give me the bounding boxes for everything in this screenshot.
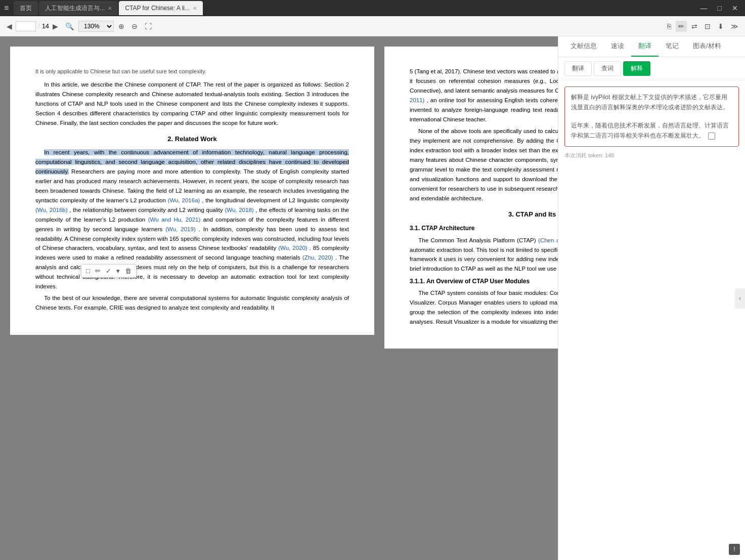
prev-page-button[interactable]: ◀ [4,21,15,32]
toolbar: ◀ 2 / 14 ▶ 🔍 130% 50% 75% 100% 125% 150%… [0,16,745,36]
zhu2020-link[interactable]: (Zhu, 2020) [302,254,333,261]
panel-collapse-arrow[interactable]: ‹ [735,288,745,309]
tab-ctap[interactable]: CTAP for Chinese: A li... ✕ [119,1,203,15]
pdf-right-page: 5 (Tang et al, 2017). Chinese text vecto… [384,47,558,349]
page-number-input[interactable]: 2 [16,21,36,31]
rp-sub-translate[interactable]: 翻译 [564,61,592,76]
annotate-button[interactable]: ✏ [676,21,687,32]
float-dropdown-btn[interactable]: ▾ [115,266,121,276]
float-delete-btn[interactable]: 🗑 [123,266,133,276]
section311-para1: The CTAP system consists of four basic m… [410,288,558,327]
pdf-left-page: It is only applicable to Chinese but can… [10,47,374,335]
download-button[interactable]: ⬇ [715,21,726,32]
wu2019-link[interactable]: (Wu, 2019) [165,226,195,232]
tab-bar: 首页 人工智能生成语言与... ✕ CTAP for Chinese: A li… [14,1,697,15]
wu2018-link[interactable]: (Wu, 2018) [225,207,253,213]
next-page-button[interactable]: ▶ [50,21,61,32]
rp-sub-explain[interactable]: 解释 [623,61,650,76]
float-confirm-btn[interactable]: ✓ [104,266,113,276]
wu2016a-link[interactable]: (Wu, 2016a) [168,197,200,203]
translation-description: 解释是 ivyPilot 根据文献上下文提供的学术描述，它尽量用浅显直白的语言解… [571,92,732,113]
float-annotate-btn[interactable]: ✏ [94,266,102,276]
copy-button[interactable]: ⎘ [665,21,674,32]
translation-content: 近年来，随着信息技术不断发展，自然语言处理、计算语言学和第二语言习得等相关学科也… [571,120,732,141]
wu2016b-link[interactable]: (Wu, 2016b) [35,207,68,213]
tab-ctap-close[interactable]: ✕ [193,6,197,11]
right-panel-tabs: 文献信息 速读 翻译 笔记 图表/材料 [558,36,745,57]
translate-button[interactable]: ⇄ [689,21,700,32]
maximize-button[interactable]: □ [715,3,725,13]
page-total: 14 [42,22,49,30]
panel-bottom-icon[interactable]: ! [729,544,740,555]
page-navigation: ◀ 2 / 14 ▶ [4,21,61,32]
wuhu2021-link[interactable]: (Wu and Hu, 2021) [148,217,201,223]
rp-content: 解释是 ivyPilot 根据文献上下文提供的学术描述，它尽量用浅显直白的语言解… [558,80,745,560]
section2-para2: To the best of our knowledge, there are … [35,293,349,313]
chen-meurers-link[interactable]: (Chen and Meurers, 2016) [538,237,558,243]
wu2020-link[interactable]: (Wu, 2020) [278,245,307,251]
float-copy-btn[interactable]: □ [84,266,92,276]
token-info: 本次消耗 token: 146 [564,152,739,159]
page-separator: / [38,22,40,30]
rp-tab-notes[interactable]: 笔记 [659,36,686,57]
zoom-out-button[interactable]: ⊖ [129,21,140,32]
select-button[interactable]: ⊡ [702,21,713,32]
rp-tab-quickread[interactable]: 速读 [604,36,631,57]
section311-title: 3.1.1. An Overview of CTAP User Modules [410,277,558,286]
right-col-para2: None of the above tools are specifically… [410,126,558,203]
minimize-button[interactable]: — [697,3,711,13]
section31-title: 3.1. CTAP Architecture [410,224,558,233]
tab-ai-close[interactable]: ✕ [108,6,112,11]
right-panel: 文献信息 速读 翻译 笔记 图表/材料 翻译 查词 解释 解释是 ivyPilo… [558,36,745,560]
copy-translation-icon[interactable] [708,133,715,140]
section31-para1: The Common Text Analysis Platform (CTAP)… [410,236,558,274]
right-col-top: 5 (Tang et al, 2017). Chinese text vecto… [410,67,558,124]
tab-ai[interactable]: 人工智能生成语言与... ✕ [39,1,118,15]
rp-tab-charts[interactable]: 图表/材料 [686,36,728,57]
section3-title: 3. CTAP and Its Extension to Chinese [410,209,558,220]
rp-sub-lookup[interactable]: 查词 [594,61,621,76]
window-controls: — □ ✕ [697,3,741,13]
pdf-para-intro: In this article, we describe the Chinese… [35,80,349,128]
floating-toolbar: □ ✏ ✓ ▾ 🗑 [81,264,137,278]
zoom-in-button[interactable]: ⊕ [116,21,127,32]
fit-page-button[interactable]: ⛶ [142,21,154,32]
section2-title: 2. Related Work [35,134,349,145]
pdf-area[interactable]: It is only applicable to Chinese but can… [0,36,558,560]
pdf-intro-line: It is only applicable to Chinese but can… [35,67,349,76]
main-area: It is only applicable to Chinese but can… [0,36,745,560]
rp-sub-tabs: 翻译 查词 解释 [558,57,745,80]
tab-home[interactable]: 首页 [14,1,38,15]
rp-tab-bibinfo[interactable]: 文献信息 [563,36,604,57]
close-button[interactable]: ✕ [729,3,741,13]
translation-box: 解释是 ivyPilot 根据文献上下文提供的学术描述，它尽量用浅显直白的语言解… [564,87,739,147]
titlebar: ≡ 首页 人工智能生成语言与... ✕ CTAP for Chinese: A … [0,0,745,16]
rp-tab-translate[interactable]: 翻译 [631,36,659,57]
more-button[interactable]: ≫ [728,21,741,32]
zoom-select[interactable]: 130% 50% 75% 100% 125% 150% 200% [78,21,114,32]
search-button[interactable]: 🔍 [63,21,76,32]
menu-icon[interactable]: ≡ [4,4,9,13]
